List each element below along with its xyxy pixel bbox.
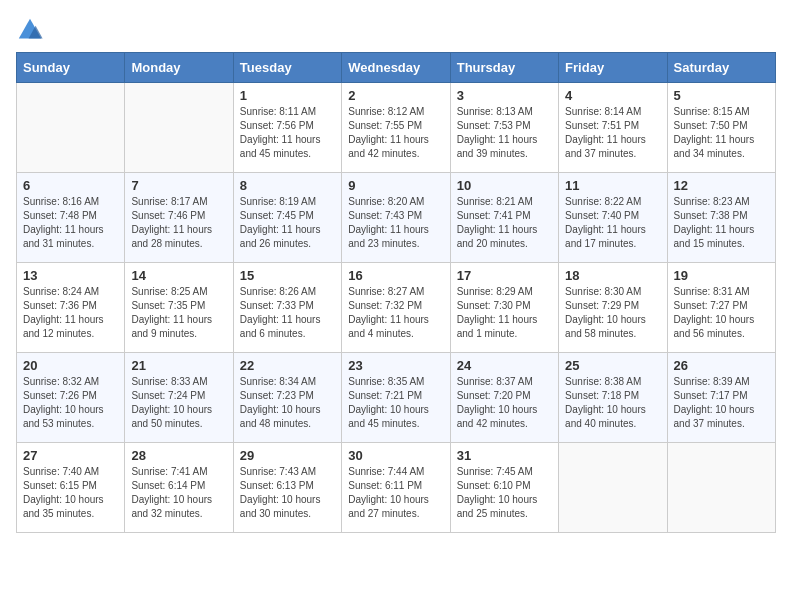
calendar-week-5: 27Sunrise: 7:40 AM Sunset: 6:15 PM Dayli… — [17, 443, 776, 533]
calendar-cell: 8Sunrise: 8:19 AM Sunset: 7:45 PM Daylig… — [233, 173, 341, 263]
day-number: 23 — [348, 358, 443, 373]
calendar-cell — [667, 443, 775, 533]
day-detail: Sunrise: 8:27 AM Sunset: 7:32 PM Dayligh… — [348, 285, 443, 341]
calendar-cell: 30Sunrise: 7:44 AM Sunset: 6:11 PM Dayli… — [342, 443, 450, 533]
day-detail: Sunrise: 7:40 AM Sunset: 6:15 PM Dayligh… — [23, 465, 118, 521]
calendar-cell — [559, 443, 667, 533]
calendar-cell: 15Sunrise: 8:26 AM Sunset: 7:33 PM Dayli… — [233, 263, 341, 353]
calendar-cell: 20Sunrise: 8:32 AM Sunset: 7:26 PM Dayli… — [17, 353, 125, 443]
day-header-sunday: Sunday — [17, 53, 125, 83]
calendar-cell: 23Sunrise: 8:35 AM Sunset: 7:21 PM Dayli… — [342, 353, 450, 443]
day-detail: Sunrise: 8:17 AM Sunset: 7:46 PM Dayligh… — [131, 195, 226, 251]
logo — [16, 16, 48, 44]
day-detail: Sunrise: 8:25 AM Sunset: 7:35 PM Dayligh… — [131, 285, 226, 341]
calendar-cell: 22Sunrise: 8:34 AM Sunset: 7:23 PM Dayli… — [233, 353, 341, 443]
calendar-cell: 5Sunrise: 8:15 AM Sunset: 7:50 PM Daylig… — [667, 83, 775, 173]
day-number: 10 — [457, 178, 552, 193]
day-number: 26 — [674, 358, 769, 373]
day-detail: Sunrise: 8:39 AM Sunset: 7:17 PM Dayligh… — [674, 375, 769, 431]
calendar-cell: 3Sunrise: 8:13 AM Sunset: 7:53 PM Daylig… — [450, 83, 558, 173]
calendar-cell — [17, 83, 125, 173]
day-number: 18 — [565, 268, 660, 283]
calendar-cell: 18Sunrise: 8:30 AM Sunset: 7:29 PM Dayli… — [559, 263, 667, 353]
day-detail: Sunrise: 8:35 AM Sunset: 7:21 PM Dayligh… — [348, 375, 443, 431]
day-detail: Sunrise: 8:15 AM Sunset: 7:50 PM Dayligh… — [674, 105, 769, 161]
calendar-cell — [125, 83, 233, 173]
calendar-cell: 21Sunrise: 8:33 AM Sunset: 7:24 PM Dayli… — [125, 353, 233, 443]
day-number: 12 — [674, 178, 769, 193]
day-number: 21 — [131, 358, 226, 373]
calendar-cell: 25Sunrise: 8:38 AM Sunset: 7:18 PM Dayli… — [559, 353, 667, 443]
day-number: 8 — [240, 178, 335, 193]
day-detail: Sunrise: 7:43 AM Sunset: 6:13 PM Dayligh… — [240, 465, 335, 521]
day-detail: Sunrise: 7:45 AM Sunset: 6:10 PM Dayligh… — [457, 465, 552, 521]
calendar-cell: 14Sunrise: 8:25 AM Sunset: 7:35 PM Dayli… — [125, 263, 233, 353]
day-detail: Sunrise: 8:24 AM Sunset: 7:36 PM Dayligh… — [23, 285, 118, 341]
day-detail: Sunrise: 8:21 AM Sunset: 7:41 PM Dayligh… — [457, 195, 552, 251]
day-number: 13 — [23, 268, 118, 283]
logo-icon — [16, 16, 44, 44]
day-number: 31 — [457, 448, 552, 463]
calendar-cell: 11Sunrise: 8:22 AM Sunset: 7:40 PM Dayli… — [559, 173, 667, 263]
day-number: 7 — [131, 178, 226, 193]
calendar-cell: 10Sunrise: 8:21 AM Sunset: 7:41 PM Dayli… — [450, 173, 558, 263]
day-detail: Sunrise: 8:26 AM Sunset: 7:33 PM Dayligh… — [240, 285, 335, 341]
calendar-cell: 29Sunrise: 7:43 AM Sunset: 6:13 PM Dayli… — [233, 443, 341, 533]
day-header-thursday: Thursday — [450, 53, 558, 83]
day-number: 20 — [23, 358, 118, 373]
day-detail: Sunrise: 8:19 AM Sunset: 7:45 PM Dayligh… — [240, 195, 335, 251]
day-number: 2 — [348, 88, 443, 103]
day-detail: Sunrise: 8:11 AM Sunset: 7:56 PM Dayligh… — [240, 105, 335, 161]
day-detail: Sunrise: 8:12 AM Sunset: 7:55 PM Dayligh… — [348, 105, 443, 161]
day-number: 30 — [348, 448, 443, 463]
calendar-cell: 24Sunrise: 8:37 AM Sunset: 7:20 PM Dayli… — [450, 353, 558, 443]
calendar-cell: 31Sunrise: 7:45 AM Sunset: 6:10 PM Dayli… — [450, 443, 558, 533]
day-header-monday: Monday — [125, 53, 233, 83]
header — [16, 16, 776, 44]
calendar-week-1: 1Sunrise: 8:11 AM Sunset: 7:56 PM Daylig… — [17, 83, 776, 173]
day-detail: Sunrise: 8:13 AM Sunset: 7:53 PM Dayligh… — [457, 105, 552, 161]
day-number: 4 — [565, 88, 660, 103]
day-number: 15 — [240, 268, 335, 283]
calendar-cell: 2Sunrise: 8:12 AM Sunset: 7:55 PM Daylig… — [342, 83, 450, 173]
calendar-cell: 12Sunrise: 8:23 AM Sunset: 7:38 PM Dayli… — [667, 173, 775, 263]
day-number: 9 — [348, 178, 443, 193]
day-detail: Sunrise: 8:22 AM Sunset: 7:40 PM Dayligh… — [565, 195, 660, 251]
day-number: 19 — [674, 268, 769, 283]
day-header-friday: Friday — [559, 53, 667, 83]
day-header-tuesday: Tuesday — [233, 53, 341, 83]
day-detail: Sunrise: 8:20 AM Sunset: 7:43 PM Dayligh… — [348, 195, 443, 251]
calendar-week-3: 13Sunrise: 8:24 AM Sunset: 7:36 PM Dayli… — [17, 263, 776, 353]
day-header-wednesday: Wednesday — [342, 53, 450, 83]
calendar-cell: 17Sunrise: 8:29 AM Sunset: 7:30 PM Dayli… — [450, 263, 558, 353]
day-number: 5 — [674, 88, 769, 103]
calendar-cell: 1Sunrise: 8:11 AM Sunset: 7:56 PM Daylig… — [233, 83, 341, 173]
day-detail: Sunrise: 7:44 AM Sunset: 6:11 PM Dayligh… — [348, 465, 443, 521]
calendar-cell: 16Sunrise: 8:27 AM Sunset: 7:32 PM Dayli… — [342, 263, 450, 353]
day-detail: Sunrise: 8:30 AM Sunset: 7:29 PM Dayligh… — [565, 285, 660, 341]
day-number: 6 — [23, 178, 118, 193]
calendar-header-row: SundayMondayTuesdayWednesdayThursdayFrid… — [17, 53, 776, 83]
calendar-cell: 28Sunrise: 7:41 AM Sunset: 6:14 PM Dayli… — [125, 443, 233, 533]
day-number: 16 — [348, 268, 443, 283]
day-number: 11 — [565, 178, 660, 193]
day-detail: Sunrise: 8:31 AM Sunset: 7:27 PM Dayligh… — [674, 285, 769, 341]
day-detail: Sunrise: 8:32 AM Sunset: 7:26 PM Dayligh… — [23, 375, 118, 431]
day-number: 28 — [131, 448, 226, 463]
day-detail: Sunrise: 7:41 AM Sunset: 6:14 PM Dayligh… — [131, 465, 226, 521]
day-detail: Sunrise: 8:33 AM Sunset: 7:24 PM Dayligh… — [131, 375, 226, 431]
day-detail: Sunrise: 8:23 AM Sunset: 7:38 PM Dayligh… — [674, 195, 769, 251]
calendar-body: 1Sunrise: 8:11 AM Sunset: 7:56 PM Daylig… — [17, 83, 776, 533]
day-detail: Sunrise: 8:29 AM Sunset: 7:30 PM Dayligh… — [457, 285, 552, 341]
day-number: 29 — [240, 448, 335, 463]
day-header-saturday: Saturday — [667, 53, 775, 83]
day-number: 22 — [240, 358, 335, 373]
calendar-header: SundayMondayTuesdayWednesdayThursdayFrid… — [17, 53, 776, 83]
day-number: 25 — [565, 358, 660, 373]
calendar-cell: 6Sunrise: 8:16 AM Sunset: 7:48 PM Daylig… — [17, 173, 125, 263]
day-number: 3 — [457, 88, 552, 103]
calendar-cell: 9Sunrise: 8:20 AM Sunset: 7:43 PM Daylig… — [342, 173, 450, 263]
day-detail: Sunrise: 8:34 AM Sunset: 7:23 PM Dayligh… — [240, 375, 335, 431]
day-number: 27 — [23, 448, 118, 463]
calendar-cell: 13Sunrise: 8:24 AM Sunset: 7:36 PM Dayli… — [17, 263, 125, 353]
